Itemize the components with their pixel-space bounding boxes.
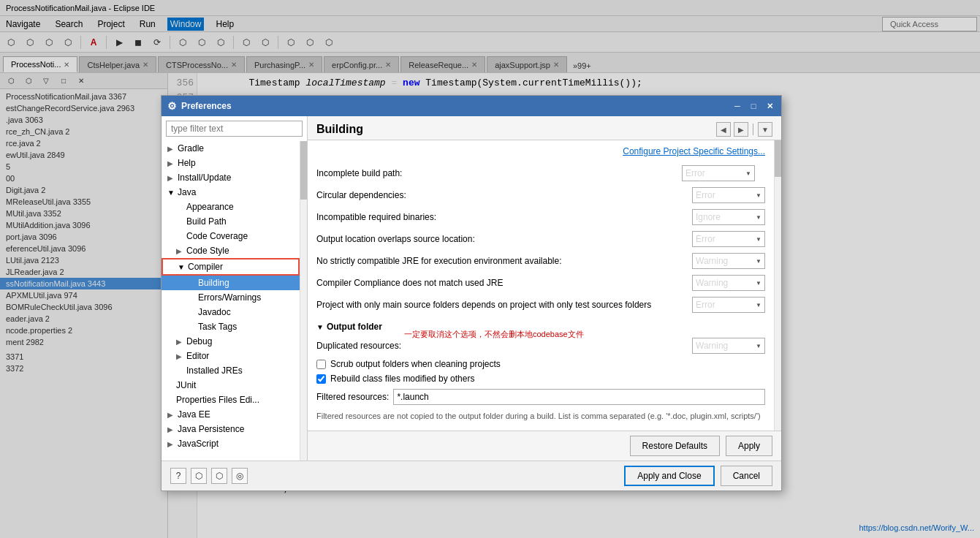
rebuild-checkbox[interactable] <box>316 374 326 384</box>
info-icon-btn[interactable]: ◎ <box>232 468 248 484</box>
filtered-resources-input[interactable] <box>393 389 765 405</box>
select-value-circular: Error <box>696 190 715 200</box>
select-incompatible[interactable]: Ignore ▼ <box>692 209 765 225</box>
tree-item-tasktags[interactable]: ▶ Task Tags <box>162 319 300 334</box>
tree-item-codestyle[interactable]: ▶ Code Style <box>162 243 300 258</box>
tree-item-compiler[interactable]: ▼ Compiler <box>162 258 300 276</box>
apply-and-close-button[interactable]: Apply and Close <box>624 466 714 486</box>
install-arrow-icon: ▶ <box>167 174 175 182</box>
javascript-arrow-icon: ▶ <box>167 440 175 448</box>
compiler-arrow-icon: ▼ <box>178 263 185 271</box>
label-incompatible: Incompatible required binaries: <box>316 212 692 222</box>
select-arrow-output-location: ▼ <box>756 236 761 243</box>
dialog-title-text: Preferences <box>181 101 727 111</box>
dialog-body: ▶ Gradle ▶ Help ▶ Install/Update ▼ <box>162 116 781 461</box>
select-arrow-dup: ▼ <box>756 343 761 349</box>
pref-nav-dropdown[interactable]: ▼ <box>758 122 772 137</box>
pref-nav-forward[interactable]: ▶ <box>734 122 748 137</box>
cancel-button[interactable]: Cancel <box>721 466 772 486</box>
tree-item-editor[interactable]: ▶ Editor <box>162 349 300 363</box>
tree-scrollbar[interactable] <box>300 141 307 461</box>
tree-label-javapersistence: Java Persistence <box>178 424 244 434</box>
select-arrow-project: ▼ <box>756 302 761 308</box>
tree-scroll-thumb[interactable] <box>300 141 307 200</box>
tree-label-junit: JUnit <box>176 380 196 390</box>
tree-label-gradle: Gradle <box>178 143 204 154</box>
tree-label-javascript: JavaScript <box>178 439 219 449</box>
pref-scroll-thumb[interactable] <box>775 140 781 177</box>
tree-label-tasktags: Task Tags <box>198 322 237 332</box>
dialog-overlay: ⚙ Preferences ─ □ ✕ ▶ Gradle ▶ <box>0 0 980 538</box>
appearance-arrow-icon: ▶ <box>176 203 183 211</box>
select-output-location[interactable]: Error ▼ <box>692 231 765 247</box>
pref-content-header: Building ◀ ▶ ▼ <box>308 116 781 140</box>
pref-nav-back[interactable]: ◀ <box>716 122 731 137</box>
tree-item-java[interactable]: ▼ Java <box>162 185 300 200</box>
tree-label-installedjres: Installed JREs <box>186 365 243 376</box>
import-icon-btn[interactable]: ⬡ <box>211 468 227 484</box>
select-value-project: Error <box>696 300 715 310</box>
dialog-maximize-btn[interactable]: □ <box>748 100 759 112</box>
tree-item-javadoc[interactable]: ▶ Javadoc <box>162 305 300 319</box>
tree-item-javapersistence[interactable]: ▶ Java Persistence <box>162 422 300 436</box>
configure-project-settings-link[interactable]: Configure Project Specific Settings... <box>316 146 765 156</box>
tree-item-installedjres[interactable]: ▶ Installed JREs <box>162 363 300 378</box>
dup-label: Duplicated resources: <box>316 341 692 351</box>
select-arrow-incomplete-build: ▼ <box>745 170 751 177</box>
scrub-checkbox-row: Scrub output folders when cleaning proje… <box>316 357 765 371</box>
tree-item-propertiesfiles[interactable]: Properties Files Edi... <box>162 393 300 407</box>
tree-label-javadoc: Javadoc <box>198 307 231 317</box>
export-icon-btn[interactable]: ⬡ <box>191 468 207 484</box>
tree-item-codecoverage[interactable]: ▶ Code Coverage <box>162 229 300 243</box>
codestyle-arrow-icon: ▶ <box>176 247 183 255</box>
pref-scrollbar[interactable] <box>774 140 781 431</box>
label-output-location: Output location overlaps source location… <box>316 234 692 244</box>
tree-item-debug[interactable]: ▶ Debug <box>162 334 300 349</box>
editor-arrow-icon: ▶ <box>176 352 183 360</box>
select-compliance[interactable]: Warning ▼ <box>692 275 765 291</box>
tree-item-appearance[interactable]: ▶ Appearance <box>162 200 300 214</box>
select-value-dup: Warning <box>696 341 728 351</box>
dialog-footer: ? ⬡ ⬡ ◎ Apply and Close Cancel <box>162 461 781 490</box>
dup-annotation: 一定要取消这个选项，不然会删本地codebase文件 <box>404 329 584 340</box>
select-incomplete-build[interactable]: Error ▼ <box>682 165 755 181</box>
select-project[interactable]: Error ▼ <box>692 297 765 313</box>
tree-label-building: Building <box>198 278 229 288</box>
tree-label-java: Java <box>178 187 196 197</box>
dialog-minimize-btn[interactable]: ─ <box>732 100 743 112</box>
tree-label-compiler: Compiler <box>188 262 223 272</box>
pref-content-title: Building <box>316 123 363 136</box>
scrub-checkbox[interactable] <box>316 360 326 369</box>
select-arrow-incompatible: ▼ <box>756 214 761 221</box>
tree-item-javaee[interactable]: ▶ Java EE <box>162 407 300 422</box>
tree-item-gradle[interactable]: ▶ Gradle <box>162 141 300 156</box>
dialog-close-btn[interactable]: ✕ <box>764 100 775 112</box>
tree-item-javascript[interactable]: ▶ JavaScript <box>162 436 300 451</box>
select-arrow-circular: ▼ <box>756 192 761 199</box>
select-value-incomplete-build: Error <box>685 168 705 178</box>
javadoc-arrow-icon: ▶ <box>188 308 195 317</box>
pref-search-input[interactable] <box>166 121 303 137</box>
tree-item-install-update[interactable]: ▶ Install/Update <box>162 170 300 185</box>
label-project: Project with only main source folders de… <box>316 300 692 310</box>
restore-defaults-button[interactable]: Restore Defaults <box>630 436 720 456</box>
section-arrow-output-folder[interactable]: ▼ <box>316 323 324 331</box>
tree-label-javaee: Java EE <box>178 409 210 420</box>
help-icon-btn[interactable]: ? <box>170 468 186 484</box>
select-circular[interactable]: Error ▼ <box>692 187 765 203</box>
inner-buttons: Restore Defaults Apply <box>308 431 781 461</box>
tree-item-junit[interactable]: JUnit <box>162 378 300 393</box>
apply-button[interactable]: Apply <box>726 436 772 456</box>
form-row-jre: No strictly compatible JRE for execution… <box>316 250 765 272</box>
dialog-titlebar: ⚙ Preferences ─ □ ✕ <box>162 96 781 116</box>
select-jre[interactable]: Warning ▼ <box>692 253 765 269</box>
tree-label-errorswarnings: Errors/Warnings <box>198 292 261 303</box>
tree-item-errorswarnings[interactable]: ▶ Errors/Warnings <box>162 290 300 305</box>
tree-item-buildpath[interactable]: ▶ Build Path <box>162 214 300 229</box>
installedjres-arrow-icon: ▶ <box>176 367 183 375</box>
help-arrow-icon: ▶ <box>167 159 175 167</box>
tree-item-building[interactable]: ▶ Building <box>162 276 300 290</box>
tree-item-help[interactable]: ▶ Help <box>162 156 300 170</box>
select-dup-resources[interactable]: Warning ▼ <box>692 338 765 354</box>
tree-label-install: Install/Update <box>178 173 231 183</box>
